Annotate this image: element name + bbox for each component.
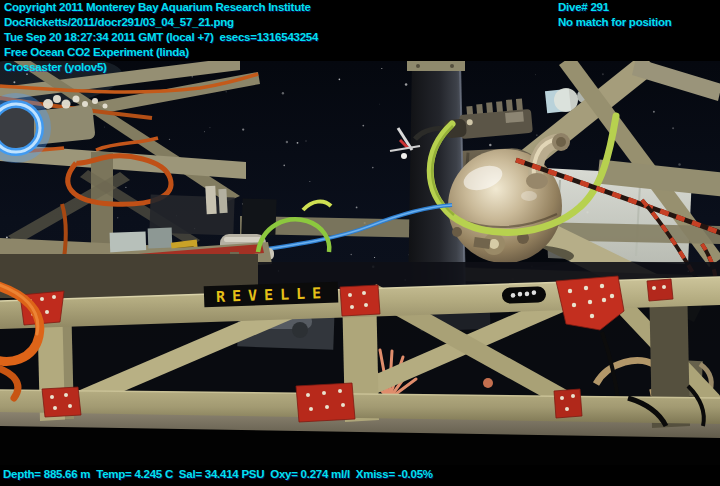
dot-plate [502, 286, 547, 304]
copyright-line: Copyright 2011 Monterey Bay Aquarium Res… [4, 1, 311, 13]
dive-number-line: Dive# 291 [558, 1, 609, 13]
position-status-line: No match for position [558, 16, 672, 28]
video-frame: REVELLE Copyright 2011 Monterey Bay Aqua… [0, 0, 720, 486]
file-path-line: DocRicketts/2011/docr291/03_04_57_21.png [4, 16, 234, 28]
tank-sphere [448, 149, 562, 263]
timestamp-line: Tue Sep 20 18:27:34 2011 GMT (local +7) … [4, 31, 318, 43]
underwater-scene: REVELLE [0, 0, 720, 486]
telemetry-status-line: Depth= 885.66 m Temp= 4.245 C Sal= 34.41… [3, 468, 433, 480]
experiment-line: Free Ocean CO2 Experiment (linda) [4, 46, 189, 58]
detection-annotation-line: Crossaster (yolov5) [4, 61, 107, 73]
